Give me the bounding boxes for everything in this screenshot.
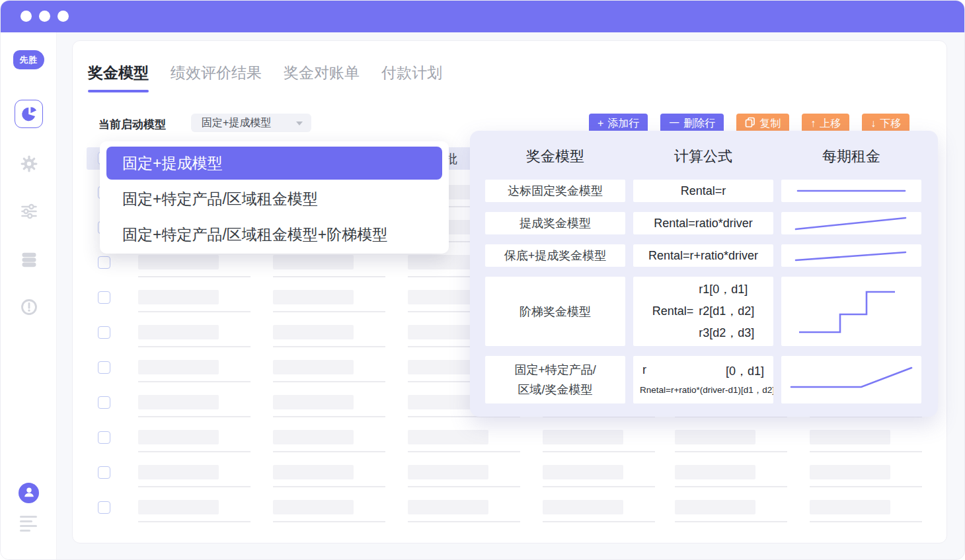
sidebar: 先胜 (1, 32, 57, 560)
placeholder-bar (408, 500, 488, 514)
dropdown-option-3[interactable]: 固定+特定产品/区域租金模型+阶梯模型 (106, 218, 442, 251)
chart-cell-rising (781, 212, 921, 234)
row-checkbox[interactable] (98, 431, 110, 444)
chevron-down-icon (296, 122, 303, 125)
model-cell: 达标固定奖金模型 (485, 180, 625, 202)
row-divider (810, 486, 922, 487)
tab-payment-plan[interactable]: 付款计划 (381, 63, 442, 92)
row-divider (138, 381, 251, 382)
placeholder-bar (810, 465, 890, 479)
sidebar-item-analytics[interactable] (15, 100, 43, 128)
step-line-chart (781, 277, 921, 346)
database-icon (20, 250, 38, 271)
placeholder-bar (273, 430, 354, 444)
row-divider (675, 451, 787, 452)
current-model-label: 当前启动模型 (98, 117, 166, 132)
row-divider (138, 451, 251, 452)
placeholder-bar (273, 360, 354, 374)
model-cell: 提成奖金模型 (485, 212, 625, 234)
row-divider (273, 486, 385, 487)
model-cell: 阶梯奖金模型 (485, 277, 625, 346)
placeholder-bar (273, 500, 354, 514)
row-checkbox[interactable] (98, 396, 110, 409)
formula-cell: r [0，d1] Rnetal=r+ratio*(driver-d1)[d1，d… (633, 356, 773, 403)
placeholder-bar (675, 500, 755, 514)
placeholder-bar (273, 255, 354, 269)
tab-bonus-model[interactable]: 奖金模型 (88, 63, 149, 92)
row-divider (138, 416, 251, 417)
model-comparison-popup: 奖金模型 计算公式 每期租金 达标固定奖金模型 Rental=r 提成奖金模型 … (470, 131, 938, 417)
dropdown-option-2[interactable]: 固定+特定产品/区域租金模型 (106, 182, 442, 215)
row-divider (408, 486, 520, 487)
gentle-rising-line-chart (781, 244, 921, 267)
placeholder-bar (810, 430, 890, 444)
flat-line-chart (781, 180, 921, 202)
row-divider (138, 311, 251, 312)
placeholder-bar (273, 465, 354, 479)
formula-prefix: Rental= (652, 304, 694, 318)
row-checkbox[interactable] (98, 361, 110, 374)
popup-header-rent: 每期租金 (781, 147, 921, 166)
formula-cell: Rental=r (633, 180, 773, 202)
formula-cell: Rental=ratio*driver (633, 212, 773, 234)
placeholder-bar (675, 430, 755, 444)
placeholder-bar (138, 395, 219, 409)
log-lines-icon (20, 516, 37, 532)
row-checkbox[interactable] (98, 466, 110, 479)
row-divider (408, 451, 520, 452)
row-checkbox[interactable] (98, 256, 110, 269)
row-checkbox[interactable] (98, 291, 110, 304)
row-divider (408, 521, 520, 522)
row-divider (675, 486, 787, 487)
sidebar-item-alerts[interactable] (19, 298, 40, 319)
app-logo: 先胜 (13, 50, 44, 69)
dropdown-option-1[interactable]: 固定+提成模型 (106, 147, 442, 180)
row-divider (138, 346, 251, 347)
popup-header-model: 奖金模型 (485, 147, 625, 166)
model-cell: 固定+特定产品/ 区域/奖金模型 (485, 356, 625, 403)
row-divider (675, 521, 787, 522)
row-divider (543, 486, 655, 487)
sidebar-item-settings[interactable] (19, 155, 40, 176)
minus-icon: 一 (669, 118, 679, 129)
window-dot-close[interactable] (20, 11, 32, 22)
gear-icon (19, 154, 39, 176)
window-dot-maximize[interactable] (58, 11, 69, 22)
placeholder-bar (273, 395, 354, 409)
placeholder-bar (138, 430, 219, 444)
sidebar-item-profile[interactable] (19, 483, 39, 503)
row-divider (273, 451, 385, 452)
sidebar-item-logs[interactable] (20, 516, 37, 534)
tab-bonus-statement[interactable]: 奖金对账单 (284, 63, 360, 92)
placeholder-bar (138, 360, 219, 374)
row-divider (273, 311, 385, 312)
app-window: 先胜 (0, 0, 965, 560)
row-divider (543, 521, 655, 522)
sidebar-item-filters[interactable] (19, 202, 40, 223)
formula-cell: Rental= r1[0，d1] r2[d1，d2] r3[d2，d3] (633, 277, 773, 346)
formula-cell: Rental=r+ratio*driver (633, 244, 773, 267)
row-checkbox[interactable] (98, 501, 110, 514)
arrow-down-icon: ↓ (870, 118, 876, 129)
row-divider (273, 521, 385, 522)
row-checkbox[interactable] (98, 326, 110, 339)
sidebar-item-database[interactable] (19, 250, 40, 271)
row-divider (810, 521, 922, 522)
placeholder-bar (138, 325, 219, 339)
placeholder-bar (138, 500, 219, 514)
placeholder-bar (408, 465, 488, 479)
user-avatar-icon (22, 485, 36, 502)
current-model-select[interactable]: 固定+提成模型 (191, 114, 311, 132)
window-dot-minimize[interactable] (39, 11, 50, 22)
placeholder-bar (543, 430, 623, 444)
row-divider (138, 521, 251, 522)
placeholder-bar (138, 290, 219, 304)
placeholder-bar (810, 500, 890, 514)
chart-cell-flat-then-rising (781, 356, 921, 403)
chart-cell-gentle-rising (781, 244, 921, 267)
chart-cell-step (781, 277, 921, 346)
placeholder-bar (543, 500, 623, 514)
placeholder-bar (138, 255, 219, 269)
tab-performance-results[interactable]: 绩效评价结果 (171, 63, 262, 92)
row-divider (273, 276, 385, 277)
